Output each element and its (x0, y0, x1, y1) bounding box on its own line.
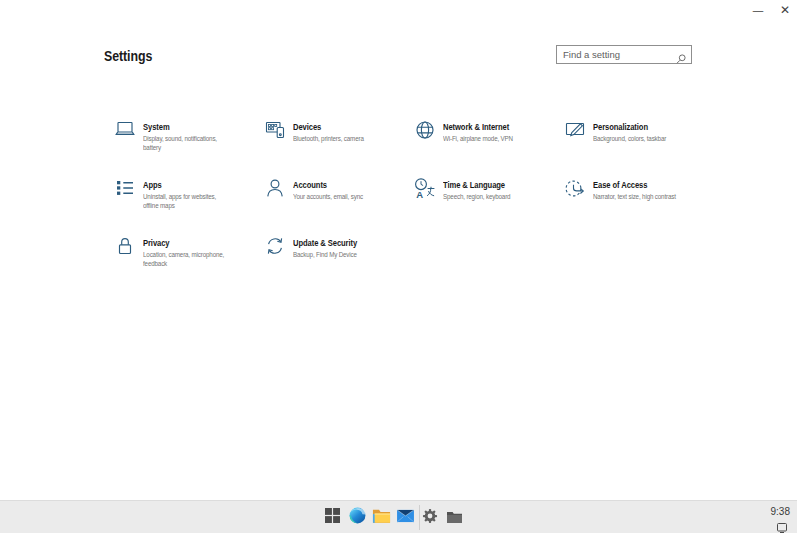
close-icon: ✕ (780, 3, 790, 17)
category-title: System (143, 121, 229, 132)
accounts-icon (263, 176, 287, 200)
folder-window-icon (447, 509, 462, 527)
category-title: Time & Language (443, 179, 529, 190)
search-box (556, 45, 692, 64)
category-devices[interactable]: DevicesBluetooth, printers, camera (263, 118, 413, 143)
personalization-icon (563, 118, 587, 142)
privacy-lock-icon (113, 234, 137, 258)
category-title: Personalization (593, 121, 679, 132)
svg-text:A: A (416, 189, 423, 200)
start-icon (325, 508, 340, 527)
category-desc: Background, colors, taskbar (593, 134, 677, 144)
category-desc: Display, sound, notifications, battery (143, 134, 227, 153)
devices-icon (263, 118, 287, 142)
category-title: Ease of Access (593, 179, 679, 190)
category-desc: Speech, region, keyboard (443, 192, 527, 202)
edge-button[interactable] (345, 501, 369, 533)
start-button[interactable] (320, 501, 344, 533)
category-desc: Your accounts, email, sync (293, 192, 377, 202)
mail-button[interactable] (393, 501, 417, 533)
time-language-icon: A (413, 176, 437, 200)
minimize-icon: — (753, 4, 764, 16)
category-privacy[interactable]: PrivacyLocation, camera, microphone, fee… (113, 234, 263, 269)
ease-of-access-icon (563, 176, 587, 200)
update-security-icon (263, 234, 287, 258)
category-apps[interactable]: AppsUninstall, apps for websites, offlin… (113, 176, 263, 211)
category-personalization[interactable]: PersonalizationBackground, colors, taskb… (563, 118, 713, 143)
category-network-internet[interactable]: Network & InternetWi-Fi, airplane mode, … (413, 118, 563, 143)
action-center-icon[interactable] (777, 519, 787, 529)
taskbar: 9:38 (0, 500, 797, 533)
category-time-language[interactable]: ATime & LanguageSpeech, region, keyboard (413, 176, 563, 201)
category-desc: Location, camera, microphone, feedback (143, 250, 227, 269)
settings-window: — ✕ Settings SystemDisplay, sound, notif… (0, 0, 797, 533)
category-title: Apps (143, 179, 229, 190)
category-update-security[interactable]: Update & SecurityBackup, Find My Device (263, 234, 413, 259)
apps-icon (113, 176, 137, 200)
settings-gear-icon (421, 507, 439, 529)
category-title: Accounts (293, 179, 379, 190)
category-desc: Narrator, text size, high contrast (593, 192, 677, 202)
category-desc: Uninstall, apps for websites, offline ma… (143, 192, 227, 211)
search-input[interactable] (557, 46, 691, 63)
page-title: Settings (104, 47, 152, 65)
category-desc: Bluetooth, printers, camera (293, 134, 377, 144)
category-title: Update & Security (293, 237, 379, 248)
file-explorer-button[interactable] (369, 501, 393, 533)
category-system[interactable]: SystemDisplay, sound, notifications, bat… (113, 118, 263, 153)
mail-icon (396, 508, 415, 527)
category-desc: Backup, Find My Device (293, 250, 377, 260)
category-title: Network & Internet (443, 121, 529, 132)
edge-icon (348, 506, 367, 529)
system-laptop-icon (113, 118, 137, 142)
close-button[interactable]: ✕ (773, 2, 797, 18)
category-desc: Wi-Fi, airplane mode, VPN (443, 134, 527, 144)
taskbar-clock[interactable]: 9:38 (771, 506, 790, 517)
category-ease-of-access[interactable]: Ease of AccessNarrator, text size, high … (563, 176, 713, 201)
app-window-button[interactable] (442, 501, 466, 533)
file-explorer-icon (372, 508, 391, 528)
search-icon[interactable] (676, 50, 686, 60)
settings-button[interactable] (418, 501, 442, 533)
category-accounts[interactable]: AccountsYour accounts, email, sync (263, 176, 413, 201)
settings-grid: SystemDisplay, sound, notifications, bat… (113, 118, 733, 298)
category-title: Privacy (143, 237, 229, 248)
minimize-button[interactable]: — (746, 2, 770, 18)
network-globe-icon (413, 118, 437, 142)
category-title: Devices (293, 121, 379, 132)
